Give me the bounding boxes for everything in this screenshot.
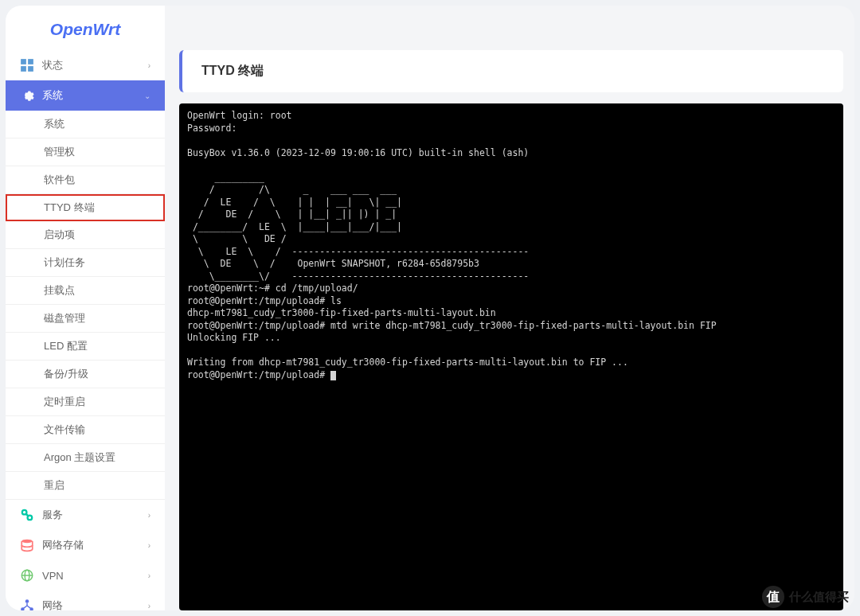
sidebar-item-label: 网络 bbox=[42, 598, 63, 610]
app-frame: OpenWrt 状态 › 系统 ⌄ 系统 管理权 软件包 TTYD 终端 启动项 bbox=[6, 6, 854, 610]
chevron-right-icon: › bbox=[148, 541, 150, 550]
svg-rect-2 bbox=[21, 66, 26, 72]
sidebar-sub-mount[interactable]: 挂载点 bbox=[6, 277, 165, 305]
watermark: 值 什么值得买 bbox=[762, 586, 849, 608]
main-content: TTYD 终端 OpenWrt login: root Password: Bu… bbox=[165, 6, 854, 610]
svg-point-9 bbox=[25, 599, 29, 603]
chevron-right-icon: › bbox=[148, 602, 150, 610]
status-icon bbox=[20, 58, 34, 72]
gear-icon bbox=[20, 88, 34, 103]
terminal-output[interactable]: OpenWrt login: root Password: BusyBox v1… bbox=[179, 103, 843, 388]
sidebar-item-label: 状态 bbox=[42, 58, 63, 72]
sidebar-item-label: 服务 bbox=[42, 508, 63, 522]
globe-icon bbox=[20, 568, 34, 583]
svg-point-5 bbox=[28, 516, 33, 520]
chevron-right-icon: › bbox=[148, 61, 150, 70]
sidebar-sub-argon[interactable]: Argon 主题设置 bbox=[6, 444, 165, 472]
sidebar-sub-software[interactable]: 软件包 bbox=[6, 166, 165, 194]
sidebar-sub-startup[interactable]: 启动项 bbox=[6, 221, 165, 249]
watermark-badge-icon: 值 bbox=[762, 586, 784, 608]
chevron-down-icon: ⌄ bbox=[144, 92, 150, 100]
sidebar-item-label: VPN bbox=[42, 570, 64, 582]
sidebar-item-label: 系统 bbox=[42, 88, 63, 103]
svg-point-6 bbox=[22, 540, 33, 544]
nav: 状态 › 系统 ⌄ 系统 管理权 软件包 TTYD 终端 启动项 计划任务 挂载… bbox=[6, 50, 165, 610]
sidebar-item-vpn[interactable]: VPN › bbox=[6, 560, 165, 591]
network-icon bbox=[20, 598, 34, 610]
watermark-text: 什么值得买 bbox=[789, 590, 849, 605]
sidebar-sub-system[interactable]: 系统 bbox=[6, 111, 165, 138]
sidebar-sub-ttyd[interactable]: TTYD 终端 bbox=[6, 194, 165, 221]
sidebar-item-system[interactable]: 系统 ⌄ bbox=[6, 80, 165, 111]
sidebar-sub-backup[interactable]: 备份/升级 bbox=[6, 361, 165, 388]
sidebar-sub-filetransfer[interactable]: 文件传输 bbox=[6, 416, 165, 444]
sidebar-sub-cron[interactable]: 计划任务 bbox=[6, 249, 165, 277]
sidebar-sub-reboot[interactable]: 重启 bbox=[6, 472, 165, 500]
sidebar-sub-disk[interactable]: 磁盘管理 bbox=[6, 305, 165, 333]
sidebar-item-network[interactable]: 网络 › bbox=[6, 591, 165, 610]
terminal-cursor bbox=[330, 371, 336, 380]
sidebar-item-label: 网络存储 bbox=[42, 538, 84, 552]
sidebar-item-nas[interactable]: 网络存储 › bbox=[6, 530, 165, 560]
database-icon bbox=[20, 538, 34, 552]
sidebar-sub-led[interactable]: LED 配置 bbox=[6, 333, 165, 361]
chevron-right-icon: › bbox=[148, 571, 150, 580]
sidebar-item-services[interactable]: 服务 › bbox=[6, 500, 165, 530]
sidebar: OpenWrt 状态 › 系统 ⌄ 系统 管理权 软件包 TTYD 终端 启动项 bbox=[6, 6, 165, 610]
page-title: TTYD 终端 bbox=[179, 50, 843, 92]
chevron-right-icon: › bbox=[148, 511, 150, 520]
svg-rect-0 bbox=[21, 59, 26, 64]
svg-rect-1 bbox=[28, 59, 33, 64]
svg-rect-3 bbox=[28, 66, 33, 72]
sidebar-sub-admin[interactable]: 管理权 bbox=[6, 138, 165, 166]
terminal-text: OpenWrt login: root Password: BusyBox v1… bbox=[187, 110, 717, 380]
svg-point-4 bbox=[22, 510, 27, 515]
services-icon bbox=[20, 508, 34, 522]
terminal-container: OpenWrt login: root Password: BusyBox v1… bbox=[179, 103, 843, 610]
sidebar-sub-sched-reboot[interactable]: 定时重启 bbox=[6, 388, 165, 416]
brand-logo[interactable]: OpenWrt bbox=[6, 6, 165, 50]
topbar bbox=[165, 6, 854, 50]
sidebar-item-status[interactable]: 状态 › bbox=[6, 50, 165, 80]
